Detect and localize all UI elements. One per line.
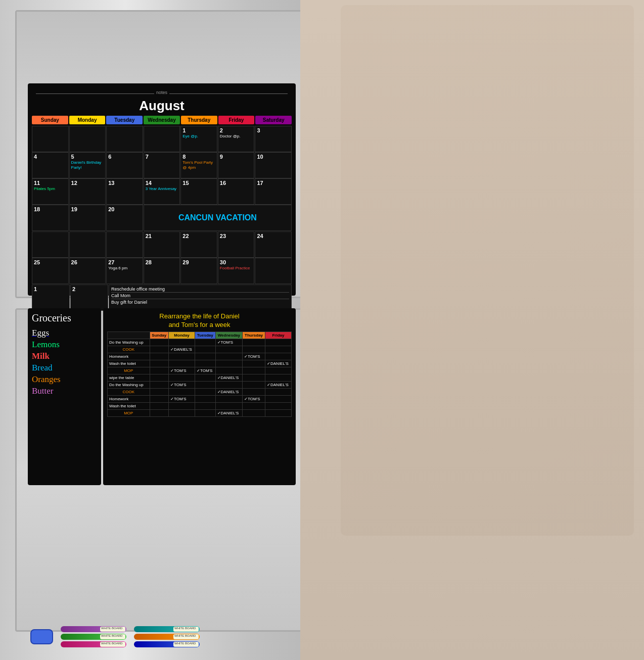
cal-cell-10: 10 <box>255 152 292 178</box>
table-row: Wash the toilet <box>108 402 292 409</box>
day-monday: Monday <box>69 116 106 124</box>
task-cell-check: ✓TOM'S <box>169 395 195 402</box>
task-cell <box>150 388 168 395</box>
cal-week-6: 1 2 Reschedule office meeting Call Mom B… <box>32 285 292 311</box>
grocery-item-eggs: Eggs <box>32 328 97 338</box>
days-header: Sunday Monday Tuesday Wednesday Thursday… <box>32 116 292 124</box>
task-cell <box>150 339 168 346</box>
task-cell <box>150 374 168 381</box>
task-name: Homework <box>108 353 150 360</box>
note-1: Reschedule office meeting <box>111 286 289 293</box>
cal-cell-17: 17 <box>255 178 292 205</box>
task-cell <box>243 374 265 381</box>
cal-cell-2: 2 Doctor @p. <box>218 126 255 152</box>
task-cell <box>169 409 195 416</box>
cal-cell-7: 7 <box>144 152 180 178</box>
cal-cell-4: 4 <box>32 152 69 178</box>
task-name-orange: COOK <box>108 346 150 353</box>
task-cell-check: ✓DANIEL'S <box>265 381 292 388</box>
task-cell <box>243 402 265 409</box>
day-wednesday: Wednesday <box>144 116 180 124</box>
task-cell <box>195 381 215 388</box>
task-cell <box>150 346 168 353</box>
marker-green: WHITE BOARD <box>61 634 126 640</box>
task-cell <box>195 402 215 409</box>
marker-pink: WHITE BOARD <box>61 641 126 647</box>
table-row: wipe the table ✓DANIEL'S <box>108 374 292 381</box>
table-row: COOK ✓DANIEL'S <box>108 388 292 395</box>
table-row: Wash the toilet ✓DANIEL'S <box>108 360 292 367</box>
grocery-item-milk: Milk <box>32 351 97 361</box>
task-header <box>108 332 150 339</box>
cal-cell <box>32 126 69 152</box>
cal-cell-30: 30 Football Practice <box>218 258 255 284</box>
cal-cell-11: 11 Pilates 5pm <box>32 178 69 205</box>
week-board: Rearrange the life of Daniel and Tom's f… <box>103 308 296 485</box>
bottom-boards: Groceries Eggs Lemons Milk Bread Oranges… <box>28 308 296 485</box>
grocery-title: Groceries <box>32 312 97 324</box>
table-row: COOK ✓DANIEL'S <box>108 346 292 353</box>
grocery-board: Groceries Eggs Lemons Milk Bread Oranges… <box>28 308 101 485</box>
task-cell <box>243 346 265 353</box>
task-cell <box>195 353 215 360</box>
th-thursday: Thursday <box>243 332 265 339</box>
th-tuesday: Tuesday <box>195 332 215 339</box>
task-name: Wash the toilet <box>108 402 150 409</box>
task-cell-check: ✓DANIEL'S <box>169 346 195 353</box>
task-cell <box>265 353 292 360</box>
wall-right <box>300 0 644 660</box>
task-cell-check: ✓TOM'S <box>215 339 243 346</box>
task-cell <box>195 360 215 367</box>
grocery-item-lemons: Lemons <box>32 340 97 350</box>
cal-cell-1: 1 Eye @p. <box>180 126 217 152</box>
task-cell <box>243 360 265 367</box>
cal-cell-12: 12 <box>69 178 106 205</box>
task-cell <box>215 346 243 353</box>
task-cell <box>215 360 243 367</box>
marker-group-1: WHITE BOARD WHITE BOARD WHITE BOARD <box>61 626 126 647</box>
task-cell <box>215 395 243 402</box>
marker-orange: WHITE BOARD <box>134 634 200 640</box>
task-cell <box>215 353 243 360</box>
task-cell <box>169 374 195 381</box>
marker-purple: WHITE BOARD <box>61 626 126 632</box>
task-name-orange: MOP <box>108 367 150 374</box>
task-cell <box>215 402 243 409</box>
task-cell-check: ✓TOM'S <box>169 367 195 374</box>
task-cell <box>169 339 195 346</box>
task-cell <box>265 388 292 395</box>
markers-section: WHITE BOARD WHITE BOARD WHITE BOARD WHIT… <box>30 626 200 647</box>
week-schedule-table: Sunday Monday Tuesday Wednesday Thursday… <box>107 332 292 417</box>
task-cell <box>150 402 168 409</box>
cal-cell-28: 28 <box>144 258 180 284</box>
table-row: Homework ✓TOM'S ✓TOM'S <box>108 395 292 402</box>
task-cell-check: ✓DANIEL'S <box>215 409 243 416</box>
task-cell <box>265 395 292 402</box>
cal-cell <box>106 126 143 152</box>
cal-week-4: 18 19 20 CANCUN VACATION 21 22 23 24 <box>32 205 292 258</box>
cal-week-3: 11 Pilates 5pm 12 13 14 3 Year Annivesay… <box>32 178 292 205</box>
task-cell <box>243 339 265 346</box>
table-row: Homework ✓TOM'S <box>108 353 292 360</box>
cal-week-2: 4 5 Daniel's Birthday Party! 6 7 8 Tom's… <box>32 152 292 178</box>
task-cell <box>195 388 215 395</box>
task-cell <box>215 381 243 388</box>
cal-week-5: 25 26 27 Yoga 6 pm 28 29 30 Football Pra… <box>32 258 292 284</box>
th-wednesday: Wednesday <box>215 332 243 339</box>
note-2: Call Mom <box>111 293 289 299</box>
task-cell <box>150 381 168 388</box>
task-cell <box>265 402 292 409</box>
cal-notes-area: Reschedule office meeting Call Mom Buy g… <box>109 285 292 311</box>
day-thursday: Thursday <box>181 116 217 124</box>
cal-week-1: 1 Eye @p. 2 Doctor @p. 3 <box>32 126 292 152</box>
task-name-orange: COOK <box>108 388 150 395</box>
task-cell <box>195 339 215 346</box>
task-cell <box>215 367 243 374</box>
notes-label: notes <box>154 90 169 95</box>
task-cell <box>265 339 292 346</box>
cal-cell-next-1: 1 <box>32 285 70 311</box>
cal-cell-6: 6 <box>106 152 143 178</box>
eraser <box>30 629 53 644</box>
task-cell <box>150 409 168 416</box>
cal-cell-9: 9 <box>218 152 255 178</box>
